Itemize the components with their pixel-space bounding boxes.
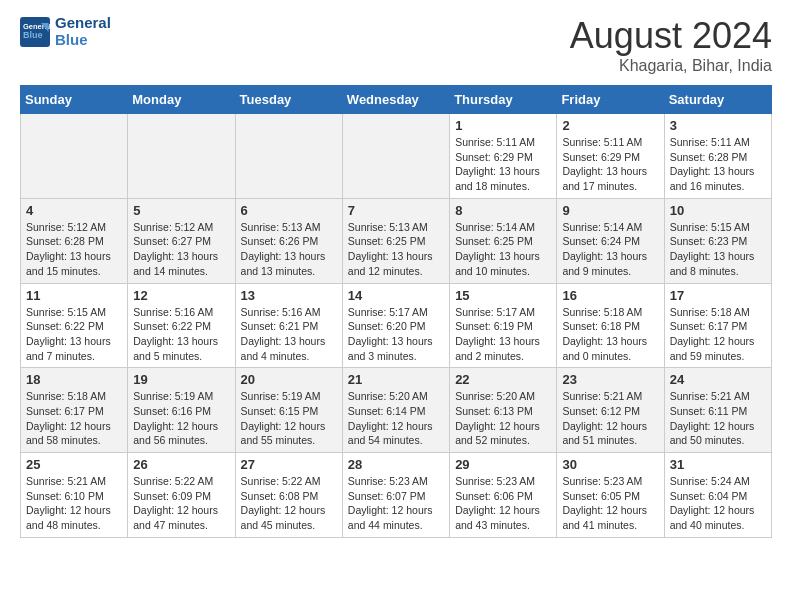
day-info: Sunrise: 5:19 AM Sunset: 6:15 PM Dayligh… (241, 389, 337, 448)
day-info: Sunrise: 5:16 AM Sunset: 6:21 PM Dayligh… (241, 305, 337, 364)
day-info: Sunrise: 5:15 AM Sunset: 6:22 PM Dayligh… (26, 305, 122, 364)
calendar-cell: 28Sunrise: 5:23 AM Sunset: 6:07 PM Dayli… (342, 453, 449, 538)
calendar-cell: 1Sunrise: 5:11 AM Sunset: 6:29 PM Daylig… (450, 114, 557, 199)
calendar-cell: 18Sunrise: 5:18 AM Sunset: 6:17 PM Dayli… (21, 368, 128, 453)
day-info: Sunrise: 5:14 AM Sunset: 6:24 PM Dayligh… (562, 220, 658, 279)
month-year-title: August 2024 (570, 15, 772, 57)
day-number: 13 (241, 288, 337, 303)
calendar-header-row: Sunday Monday Tuesday Wednesday Thursday… (21, 86, 772, 114)
calendar-cell (235, 114, 342, 199)
day-number: 7 (348, 203, 444, 218)
day-info: Sunrise: 5:23 AM Sunset: 6:07 PM Dayligh… (348, 474, 444, 533)
calendar-cell: 2Sunrise: 5:11 AM Sunset: 6:29 PM Daylig… (557, 114, 664, 199)
calendar-cell: 4Sunrise: 5:12 AM Sunset: 6:28 PM Daylig… (21, 198, 128, 283)
day-number: 8 (455, 203, 551, 218)
day-info: Sunrise: 5:20 AM Sunset: 6:13 PM Dayligh… (455, 389, 551, 448)
col-friday: Friday (557, 86, 664, 114)
calendar-cell: 15Sunrise: 5:17 AM Sunset: 6:19 PM Dayli… (450, 283, 557, 368)
calendar-cell: 27Sunrise: 5:22 AM Sunset: 6:08 PM Dayli… (235, 453, 342, 538)
calendar-cell: 17Sunrise: 5:18 AM Sunset: 6:17 PM Dayli… (664, 283, 771, 368)
day-info: Sunrise: 5:11 AM Sunset: 6:29 PM Dayligh… (562, 135, 658, 194)
logo: General Blue General Blue (20, 15, 111, 48)
calendar-cell: 31Sunrise: 5:24 AM Sunset: 6:04 PM Dayli… (664, 453, 771, 538)
day-number: 5 (133, 203, 229, 218)
day-number: 22 (455, 372, 551, 387)
day-info: Sunrise: 5:18 AM Sunset: 6:17 PM Dayligh… (670, 305, 766, 364)
day-info: Sunrise: 5:21 AM Sunset: 6:11 PM Dayligh… (670, 389, 766, 448)
calendar-table: Sunday Monday Tuesday Wednesday Thursday… (20, 85, 772, 538)
calendar-cell: 19Sunrise: 5:19 AM Sunset: 6:16 PM Dayli… (128, 368, 235, 453)
col-sunday: Sunday (21, 86, 128, 114)
calendar-cell: 7Sunrise: 5:13 AM Sunset: 6:25 PM Daylig… (342, 198, 449, 283)
day-number: 18 (26, 372, 122, 387)
calendar-cell (342, 114, 449, 199)
day-number: 9 (562, 203, 658, 218)
day-number: 3 (670, 118, 766, 133)
day-info: Sunrise: 5:13 AM Sunset: 6:26 PM Dayligh… (241, 220, 337, 279)
day-number: 26 (133, 457, 229, 472)
day-info: Sunrise: 5:13 AM Sunset: 6:25 PM Dayligh… (348, 220, 444, 279)
day-info: Sunrise: 5:17 AM Sunset: 6:19 PM Dayligh… (455, 305, 551, 364)
calendar-cell (21, 114, 128, 199)
day-info: Sunrise: 5:22 AM Sunset: 6:09 PM Dayligh… (133, 474, 229, 533)
col-monday: Monday (128, 86, 235, 114)
day-number: 10 (670, 203, 766, 218)
calendar-cell: 10Sunrise: 5:15 AM Sunset: 6:23 PM Dayli… (664, 198, 771, 283)
calendar-cell: 8Sunrise: 5:14 AM Sunset: 6:25 PM Daylig… (450, 198, 557, 283)
day-info: Sunrise: 5:18 AM Sunset: 6:18 PM Dayligh… (562, 305, 658, 364)
col-wednesday: Wednesday (342, 86, 449, 114)
calendar-cell: 30Sunrise: 5:23 AM Sunset: 6:05 PM Dayli… (557, 453, 664, 538)
calendar-cell: 16Sunrise: 5:18 AM Sunset: 6:18 PM Dayli… (557, 283, 664, 368)
calendar-cell: 23Sunrise: 5:21 AM Sunset: 6:12 PM Dayli… (557, 368, 664, 453)
day-number: 4 (26, 203, 122, 218)
calendar-cell: 21Sunrise: 5:20 AM Sunset: 6:14 PM Dayli… (342, 368, 449, 453)
day-number: 24 (670, 372, 766, 387)
calendar-cell (128, 114, 235, 199)
day-info: Sunrise: 5:12 AM Sunset: 6:28 PM Dayligh… (26, 220, 122, 279)
calendar-cell: 5Sunrise: 5:12 AM Sunset: 6:27 PM Daylig… (128, 198, 235, 283)
calendar-cell: 22Sunrise: 5:20 AM Sunset: 6:13 PM Dayli… (450, 368, 557, 453)
day-number: 20 (241, 372, 337, 387)
day-number: 27 (241, 457, 337, 472)
calendar-week-4: 18Sunrise: 5:18 AM Sunset: 6:17 PM Dayli… (21, 368, 772, 453)
day-info: Sunrise: 5:12 AM Sunset: 6:27 PM Dayligh… (133, 220, 229, 279)
calendar-week-1: 1Sunrise: 5:11 AM Sunset: 6:29 PM Daylig… (21, 114, 772, 199)
calendar-cell: 6Sunrise: 5:13 AM Sunset: 6:26 PM Daylig… (235, 198, 342, 283)
col-thursday: Thursday (450, 86, 557, 114)
svg-text:Blue: Blue (23, 30, 43, 40)
calendar-cell: 25Sunrise: 5:21 AM Sunset: 6:10 PM Dayli… (21, 453, 128, 538)
page-container: General Blue General Blue August 2024 Kh… (0, 0, 792, 553)
day-number: 25 (26, 457, 122, 472)
day-info: Sunrise: 5:20 AM Sunset: 6:14 PM Dayligh… (348, 389, 444, 448)
day-info: Sunrise: 5:21 AM Sunset: 6:10 PM Dayligh… (26, 474, 122, 533)
day-number: 19 (133, 372, 229, 387)
col-saturday: Saturday (664, 86, 771, 114)
header: General Blue General Blue August 2024 Kh… (20, 15, 772, 75)
day-number: 29 (455, 457, 551, 472)
day-number: 30 (562, 457, 658, 472)
day-info: Sunrise: 5:11 AM Sunset: 6:29 PM Dayligh… (455, 135, 551, 194)
day-number: 14 (348, 288, 444, 303)
calendar-cell: 9Sunrise: 5:14 AM Sunset: 6:24 PM Daylig… (557, 198, 664, 283)
day-info: Sunrise: 5:15 AM Sunset: 6:23 PM Dayligh… (670, 220, 766, 279)
calendar-cell: 29Sunrise: 5:23 AM Sunset: 6:06 PM Dayli… (450, 453, 557, 538)
day-info: Sunrise: 5:21 AM Sunset: 6:12 PM Dayligh… (562, 389, 658, 448)
calendar-cell: 26Sunrise: 5:22 AM Sunset: 6:09 PM Dayli… (128, 453, 235, 538)
day-info: Sunrise: 5:18 AM Sunset: 6:17 PM Dayligh… (26, 389, 122, 448)
day-info: Sunrise: 5:14 AM Sunset: 6:25 PM Dayligh… (455, 220, 551, 279)
day-number: 6 (241, 203, 337, 218)
calendar-cell: 20Sunrise: 5:19 AM Sunset: 6:15 PM Dayli… (235, 368, 342, 453)
calendar-week-5: 25Sunrise: 5:21 AM Sunset: 6:10 PM Dayli… (21, 453, 772, 538)
calendar-cell: 13Sunrise: 5:16 AM Sunset: 6:21 PM Dayli… (235, 283, 342, 368)
calendar-week-3: 11Sunrise: 5:15 AM Sunset: 6:22 PM Dayli… (21, 283, 772, 368)
day-number: 15 (455, 288, 551, 303)
logo-line2: Blue (55, 32, 111, 49)
calendar-cell: 14Sunrise: 5:17 AM Sunset: 6:20 PM Dayli… (342, 283, 449, 368)
calendar-body: 1Sunrise: 5:11 AM Sunset: 6:29 PM Daylig… (21, 114, 772, 538)
day-info: Sunrise: 5:16 AM Sunset: 6:22 PM Dayligh… (133, 305, 229, 364)
day-info: Sunrise: 5:19 AM Sunset: 6:16 PM Dayligh… (133, 389, 229, 448)
day-number: 17 (670, 288, 766, 303)
calendar-cell: 24Sunrise: 5:21 AM Sunset: 6:11 PM Dayli… (664, 368, 771, 453)
day-number: 23 (562, 372, 658, 387)
calendar-cell: 11Sunrise: 5:15 AM Sunset: 6:22 PM Dayli… (21, 283, 128, 368)
